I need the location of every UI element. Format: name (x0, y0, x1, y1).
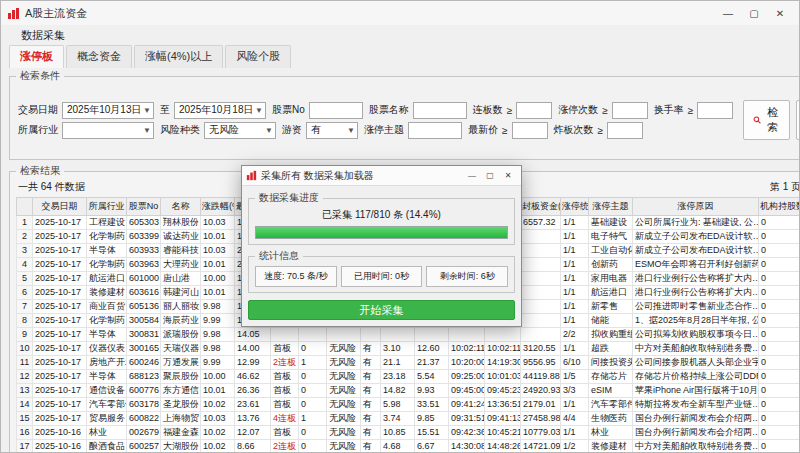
cell-stat: 1/1 (561, 342, 589, 356)
cell-qty: 0 (759, 356, 800, 370)
combo-date-from[interactable]: 2025年10月13日▼ (62, 102, 154, 119)
cell-theme: 电子特气 (589, 230, 633, 244)
cell-volume: 3.74 (381, 412, 415, 426)
column-header-date[interactable]: 交易日期 (33, 198, 87, 216)
cell-industry: 酿酒食品 (87, 440, 127, 453)
table-row[interactable]: 122025-10-17半导体688123聚辰股份10.0046.62首板0无风… (17, 370, 800, 384)
column-header-reason[interactable]: 涨停原因 (633, 198, 759, 216)
cell-risk: 无风险 (327, 356, 361, 370)
clear-button[interactable]: 清除 (796, 100, 800, 140)
progress-fill (256, 227, 507, 238)
cell-theme: 家用电器 (589, 272, 633, 286)
cell-theme: 工业自动化 (589, 244, 633, 258)
cell-risk: 无风险 (327, 440, 361, 453)
cell-code: 600257 (127, 440, 161, 453)
cell-theme: 间接投资头部企… (589, 356, 633, 370)
close-button[interactable]: ✕ (767, 3, 793, 23)
input-limitup-times-min[interactable] (612, 102, 648, 119)
input-stock-no[interactable] (309, 102, 363, 119)
combo-risk-type[interactable]: 无风险▼ (204, 122, 276, 139)
search-button[interactable]: 检索 (743, 100, 790, 140)
cell-funds: 27458.98 (521, 412, 561, 426)
column-header-funds[interactable]: 封板资金(亿) (521, 198, 561, 216)
cell-qty: 0 (759, 244, 800, 258)
input-limitup-theme[interactable] (408, 122, 462, 139)
cell-ftime: 09:45:00 (449, 384, 485, 398)
tab-risk-stocks[interactable]: 风险个股 (225, 45, 291, 68)
table-row[interactable]: 152025-10-17贸易服务600822上海物贸10.0313.764连板1… (17, 412, 800, 426)
tab-gain-over-4pct[interactable]: 涨幅(4%)以上 (134, 45, 223, 68)
filter-label-turnover-min: 换手率 (654, 103, 684, 117)
cell-name: 唐山港 (161, 272, 201, 286)
cell-zhaban: 0 (299, 426, 327, 440)
cell-ltime: 10:02:11 (485, 342, 521, 356)
column-header-name[interactable]: 名称 (161, 198, 201, 216)
table-row[interactable]: 132025-10-17通信设备600776东方通信10.0126.36首板0无… (17, 384, 800, 398)
cell-theme: 超跌 (589, 342, 633, 356)
filter-label-hot-money: 游资 (282, 123, 302, 137)
cell-price: 23.61 (235, 398, 271, 412)
cell-price: 8.66 (235, 440, 271, 453)
start-collection-button[interactable]: 开始采集 (248, 300, 515, 320)
column-header-industry[interactable]: 所属行业 (87, 198, 127, 216)
tab-limit-up-board[interactable]: 涨停板 (9, 45, 64, 68)
column-header-pct[interactable]: 涨跌幅(%) (201, 198, 235, 216)
input-turnover-min[interactable] (697, 102, 733, 119)
stats-group-title: 统计信息 (255, 249, 303, 263)
cell-youzi: 有 (361, 426, 381, 440)
dialog-minimize-button[interactable]: — (463, 168, 481, 184)
table-row[interactable]: 92025-10-17半导体300831派瑞股份9.9814.052/2拟收购重… (17, 328, 800, 342)
cell-industry: 汽车零部件 (87, 398, 127, 412)
menu-data-collection[interactable]: 数据采集 (15, 26, 71, 45)
cell-lianban: 4连板 (271, 412, 299, 426)
cell-volume: 3.10 (381, 342, 415, 356)
cell-idx: 6 (17, 286, 33, 300)
cell-pct: 10.02 (201, 440, 235, 453)
input-price-min[interactable] (512, 122, 548, 139)
table-row[interactable]: 102025-10-17仪器仪表300165天瑞仪器9.9814.00首板0无风… (17, 342, 800, 356)
table-row[interactable]: 142025-10-17汽车零部件603178圣龙股份10.0223.61首板0… (17, 398, 800, 412)
ge-symbol: ≥ (688, 105, 694, 116)
search-actions: 检索 清除 分类显示 (733, 85, 800, 155)
column-header-stat[interactable]: 涨停统计 (561, 198, 589, 216)
minimize-button[interactable]: — (715, 3, 741, 23)
cell-date: 2025-10-17 (33, 258, 87, 272)
cell-stat: 6/10 (561, 356, 589, 370)
input-lianban-min[interactable] (516, 102, 552, 119)
cell-code: 603963 (127, 258, 161, 272)
cell-price: 12.07 (235, 426, 271, 440)
dialog-close-button[interactable]: ✕ (499, 168, 517, 184)
table-row[interactable]: 172025-10-16酿酒食品600257大湖股份10.028.662连板0无… (17, 440, 800, 453)
cell-qty: 0 (759, 398, 800, 412)
table-row[interactable]: 162025-10-16林业002679福建金森10.0212.07首板0无风险… (17, 426, 800, 440)
input-zhaban-min[interactable] (607, 122, 643, 139)
dialog-maximize-button[interactable]: ▢ (481, 168, 499, 184)
chevron-down-icon: ▼ (347, 126, 355, 135)
column-header-idx[interactable] (17, 198, 33, 216)
cell-stat: 1/1 (561, 286, 589, 300)
table-row[interactable]: 112025-10-17房地产开发600246万通发展9.9912.992连板1… (17, 356, 800, 370)
cell-stat: 1/1 (561, 300, 589, 314)
cell-funds (521, 300, 561, 314)
cell-code: 601000 (127, 272, 161, 286)
cell-ltime (485, 328, 521, 342)
cell-turnover: 9.85 (415, 412, 449, 426)
search-criteria-title: 检索条件 (16, 69, 64, 83)
page-indicator: 第 1 页 (770, 180, 800, 194)
cell-pct: 10.01 (201, 286, 235, 300)
cell-ltime: 09:45:23 (485, 384, 521, 398)
column-header-qty[interactable]: 机构持股数量 (759, 198, 800, 216)
combo-industry[interactable]: ▼ (62, 122, 154, 139)
column-header-code[interactable]: 股票No (127, 198, 161, 216)
maximize-button[interactable]: ▢ (741, 3, 767, 23)
tab-concept-funds[interactable]: 概念资金 (66, 45, 132, 68)
cell-zhaban: 1 (299, 412, 327, 426)
column-header-theme[interactable]: 涨停主题 (589, 198, 633, 216)
combo-date-to[interactable]: 2025年10月18日▼ (174, 102, 266, 119)
combo-hot-money[interactable]: 有▼ (306, 122, 358, 139)
cell-name: 海辰药业 (161, 314, 201, 328)
cell-pct: 10.01 (201, 384, 235, 398)
input-stock-name[interactable] (413, 102, 467, 119)
combo-value-date-to: 2025年10月18日 (179, 103, 253, 117)
cell-date: 2025-10-17 (33, 356, 87, 370)
